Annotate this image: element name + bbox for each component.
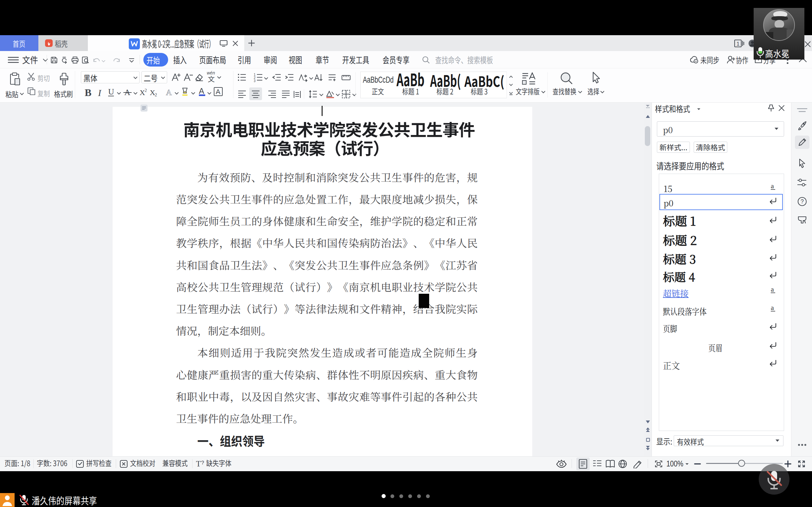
svg-text:a: a	[771, 182, 774, 190]
svg-text:?: ?	[801, 199, 804, 205]
svg-text:文: 文	[208, 73, 215, 82]
svg-text:U: U	[108, 88, 114, 96]
svg-text:I: I	[98, 88, 102, 97]
svg-text:T: T	[196, 459, 201, 468]
svg-text:A: A	[166, 88, 172, 97]
svg-text:A: A	[199, 87, 204, 95]
svg-text:X: X	[140, 89, 145, 97]
svg-text:a: a	[771, 286, 774, 293]
svg-text:1: 1	[737, 41, 740, 47]
svg-text:?: ?	[201, 460, 204, 466]
svg-text:3: 3	[254, 79, 256, 82]
svg-text:a: a	[771, 304, 774, 312]
svg-text:2: 2	[155, 93, 157, 97]
svg-text:B: B	[85, 88, 91, 97]
svg-text:A: A	[216, 88, 220, 96]
svg-text:X: X	[150, 89, 155, 97]
svg-text:2: 2	[145, 88, 147, 93]
